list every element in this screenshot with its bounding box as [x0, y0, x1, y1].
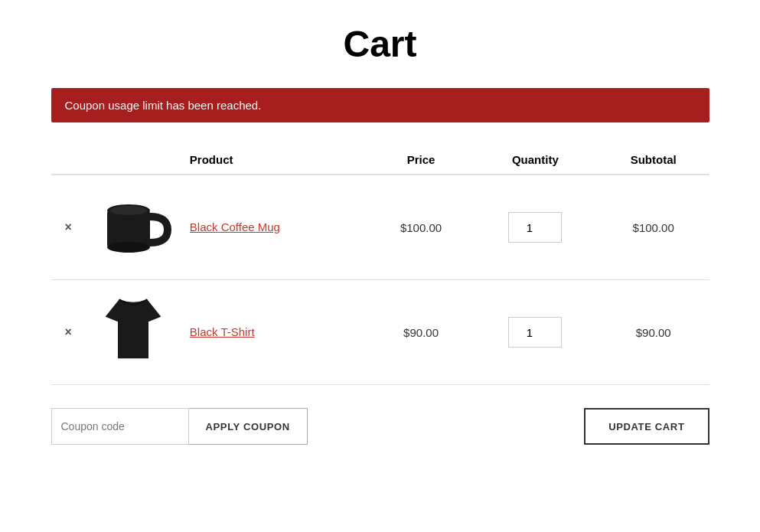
cart-table: Product Price Quantity Subtotal × — [51, 145, 709, 385]
error-banner: Coupon usage limit has been reached. — [51, 88, 709, 122]
quantity-input-tshirt[interactable] — [508, 317, 562, 348]
table-row: × Black Coffee Mu — [51, 175, 709, 280]
product-image-cell — [86, 280, 181, 385]
svg-point-2 — [107, 242, 150, 253]
coupon-input[interactable] — [51, 408, 189, 445]
price-cell: $100.00 — [369, 175, 473, 280]
subtotal-cell: $100.00 — [598, 175, 709, 280]
quantity-cell — [473, 280, 598, 385]
price-cell: $90.00 — [369, 280, 473, 385]
cart-actions: APPLY COUPON UPDATE CART — [51, 408, 709, 445]
subtotal-cell: $90.00 — [598, 280, 709, 385]
table-row: × Black T-Shirt $90.00 — [51, 280, 709, 385]
product-image-cell — [86, 175, 181, 280]
product-name-cell: Black T-Shirt — [181, 280, 369, 385]
remove-item-button[interactable]: × — [60, 322, 77, 342]
product-link-mug[interactable]: Black Coffee Mug — [190, 220, 280, 233]
quantity-input-mug[interactable] — [508, 212, 562, 243]
update-cart-button[interactable]: UPDATE CART — [584, 408, 709, 445]
product-name-cell: Black Coffee Mug — [181, 175, 369, 280]
col-header-quantity: Quantity — [473, 145, 598, 175]
remove-item-button[interactable]: × — [60, 217, 77, 237]
product-image-tshirt — [95, 292, 171, 369]
product-link-tshirt[interactable]: Black T-Shirt — [190, 325, 255, 338]
col-header-product: Product — [181, 145, 369, 175]
svg-point-3 — [110, 206, 147, 215]
col-header-price: Price — [369, 145, 473, 175]
svg-rect-1 — [107, 211, 150, 247]
coupon-section: APPLY COUPON — [51, 408, 308, 445]
apply-coupon-button[interactable]: APPLY COUPON — [189, 408, 308, 445]
page-title: Cart — [51, 23, 709, 65]
product-image-mug — [95, 188, 171, 264]
quantity-cell — [473, 175, 598, 280]
col-header-remove — [51, 145, 86, 175]
col-header-subtotal: Subtotal — [598, 145, 709, 175]
col-header-image — [86, 145, 181, 175]
